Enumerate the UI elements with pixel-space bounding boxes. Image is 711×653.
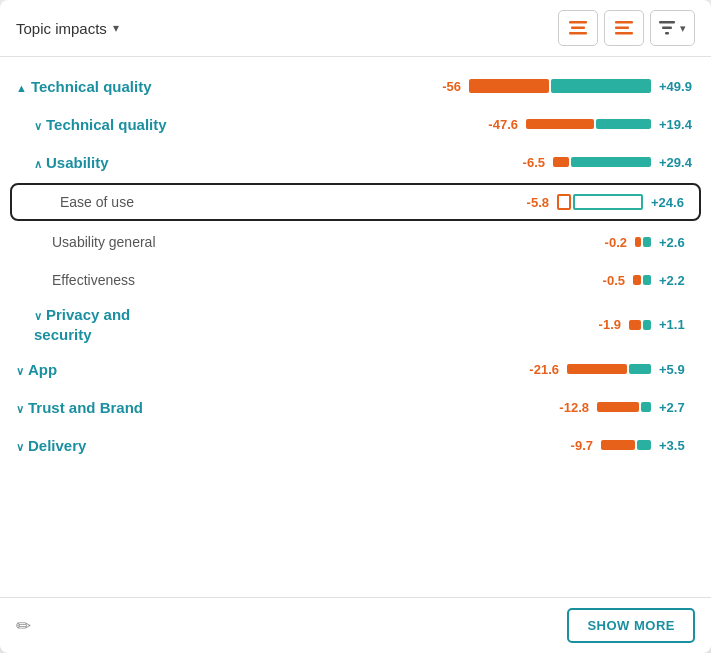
neg-bar-technical-quality-top xyxy=(469,79,549,93)
neg-bar-technical-quality-sub xyxy=(526,119,594,129)
pos-bar-effectiveness xyxy=(643,275,651,285)
bars-technical-quality-sub xyxy=(526,119,651,129)
label-text-privacy-security: Privacy andsecurity xyxy=(34,306,130,343)
bars-ease-of-use xyxy=(557,194,643,210)
bars-privacy-security xyxy=(629,320,651,330)
neg-value-trust-brand: -12.8 xyxy=(553,400,589,415)
pos-bar-trust-brand xyxy=(641,402,651,412)
row-delivery: ∨Delivery-9.7+3.5 xyxy=(0,426,711,464)
bars-effectiveness xyxy=(633,275,651,285)
row-metrics-usability: -6.5+29.4 xyxy=(216,155,695,170)
row-label-effectiveness: Effectiveness xyxy=(16,272,216,288)
row-label-technical-quality-sub: ∨Technical quality xyxy=(16,116,216,133)
pos-value-ease-of-use: +24.6 xyxy=(651,195,687,210)
header: Topic impacts ▾ xyxy=(0,0,711,57)
toggle-icon-delivery[interactable]: ∨ xyxy=(16,441,24,453)
content-area: ▲Technical quality-56+49.9∨Technical qua… xyxy=(0,57,711,597)
bars-usability-general xyxy=(635,237,651,247)
svg-rect-6 xyxy=(659,21,675,24)
label-text-app: App xyxy=(28,361,57,378)
chevron-down-icon: ▾ xyxy=(113,21,119,35)
pos-value-effectiveness: +2.2 xyxy=(659,273,695,288)
show-more-button[interactable]: SHOW MORE xyxy=(567,608,695,643)
row-technical-quality-sub: ∨Technical quality-47.6+19.4 xyxy=(0,105,711,143)
pos-value-delivery: +3.5 xyxy=(659,438,695,453)
pos-bar-technical-quality-top xyxy=(551,79,651,93)
edit-icon[interactable]: ✏ xyxy=(16,615,31,637)
bars-trust-brand xyxy=(597,402,651,412)
bars-delivery xyxy=(601,440,651,450)
pos-bar-usability-general xyxy=(643,237,651,247)
svg-rect-2 xyxy=(569,32,587,35)
row-metrics-app: -21.6+5.9 xyxy=(216,362,695,377)
neg-value-usability-general: -0.2 xyxy=(591,235,627,250)
row-metrics-ease-of-use: -5.8+24.6 xyxy=(224,194,687,210)
pos-value-app: +5.9 xyxy=(659,362,695,377)
row-label-delivery: ∨Delivery xyxy=(16,437,216,454)
pos-value-usability-general: +2.6 xyxy=(659,235,695,250)
label-text-technical-quality-top: Technical quality xyxy=(31,78,152,95)
neg-bar-privacy-security xyxy=(629,320,641,330)
row-label-app: ∨App xyxy=(16,361,216,378)
neg-value-effectiveness: -0.5 xyxy=(589,273,625,288)
filter-chevron-icon: ▾ xyxy=(680,22,686,35)
neg-bar-ease-of-use xyxy=(557,194,571,210)
toggle-icon-usability[interactable]: ∧ xyxy=(34,158,42,170)
neg-bar-effectiveness xyxy=(633,275,641,285)
filter-button[interactable]: ▾ xyxy=(650,10,695,46)
pos-value-technical-quality-sub: +19.4 xyxy=(659,117,695,132)
label-text-delivery: Delivery xyxy=(28,437,86,454)
svg-rect-8 xyxy=(665,32,669,35)
align-center-button[interactable] xyxy=(558,10,598,46)
bars-technical-quality-top xyxy=(469,79,651,93)
row-metrics-trust-brand: -12.8+2.7 xyxy=(216,400,695,415)
neg-bar-usability xyxy=(553,157,569,167)
row-label-technical-quality-top: ▲Technical quality xyxy=(16,78,216,95)
pos-value-privacy-security: +1.1 xyxy=(659,317,695,332)
neg-value-technical-quality-top: -56 xyxy=(425,79,461,94)
topic-dropdown-label: Topic impacts xyxy=(16,20,107,37)
neg-value-privacy-security: -1.9 xyxy=(585,317,621,332)
align-left-button[interactable] xyxy=(604,10,644,46)
row-metrics-technical-quality-top: -56+49.9 xyxy=(216,79,695,94)
toggle-icon-technical-quality-top[interactable]: ▲ xyxy=(16,82,27,94)
row-ease-of-use: Ease of use-5.8+24.6 xyxy=(10,183,701,221)
row-effectiveness: Effectiveness-0.5+2.2 xyxy=(0,261,711,299)
pos-bar-app xyxy=(629,364,651,374)
row-label-trust-brand: ∨Trust and Brand xyxy=(16,399,216,416)
bars-usability xyxy=(553,157,651,167)
pos-bar-usability xyxy=(571,157,651,167)
toggle-icon-app[interactable]: ∨ xyxy=(16,365,24,377)
toggle-icon-technical-quality-sub[interactable]: ∨ xyxy=(34,120,42,132)
row-label-usability-general: Usability general xyxy=(16,234,216,250)
row-trust-brand: ∨Trust and Brand-12.8+2.7 xyxy=(0,388,711,426)
neg-bar-delivery xyxy=(601,440,635,450)
align-left-icon xyxy=(615,21,633,35)
row-privacy-security: ∨Privacy andsecurity-1.9+1.1 xyxy=(0,299,711,350)
toggle-icon-trust-brand[interactable]: ∨ xyxy=(16,403,24,415)
neg-value-app: -21.6 xyxy=(523,362,559,377)
label-text-trust-brand: Trust and Brand xyxy=(28,399,143,416)
pos-bar-ease-of-use xyxy=(573,194,643,210)
footer: ✏ SHOW MORE xyxy=(0,597,711,653)
topic-dropdown[interactable]: Topic impacts ▾ xyxy=(16,20,119,37)
toggle-icon-privacy-security[interactable]: ∨ xyxy=(34,310,42,322)
neg-bar-trust-brand xyxy=(597,402,639,412)
label-text-ease-of-use: Ease of use xyxy=(60,194,134,210)
svg-rect-1 xyxy=(571,27,585,30)
label-text-effectiveness: Effectiveness xyxy=(52,272,135,288)
row-metrics-privacy-security: -1.9+1.1 xyxy=(216,317,695,332)
neg-value-ease-of-use: -5.8 xyxy=(513,195,549,210)
label-text-technical-quality-sub: Technical quality xyxy=(46,116,167,133)
row-label-ease-of-use: Ease of use xyxy=(24,194,224,210)
svg-rect-7 xyxy=(662,27,672,30)
svg-rect-3 xyxy=(615,21,633,24)
filter-icon xyxy=(659,21,675,35)
neg-bar-app xyxy=(567,364,627,374)
label-text-usability: Usability xyxy=(46,154,109,171)
pos-value-trust-brand: +2.7 xyxy=(659,400,695,415)
align-center-icon xyxy=(569,21,587,35)
pos-value-technical-quality-top: +49.9 xyxy=(659,79,695,94)
neg-value-usability: -6.5 xyxy=(509,155,545,170)
label-text-usability-general: Usability general xyxy=(52,234,156,250)
